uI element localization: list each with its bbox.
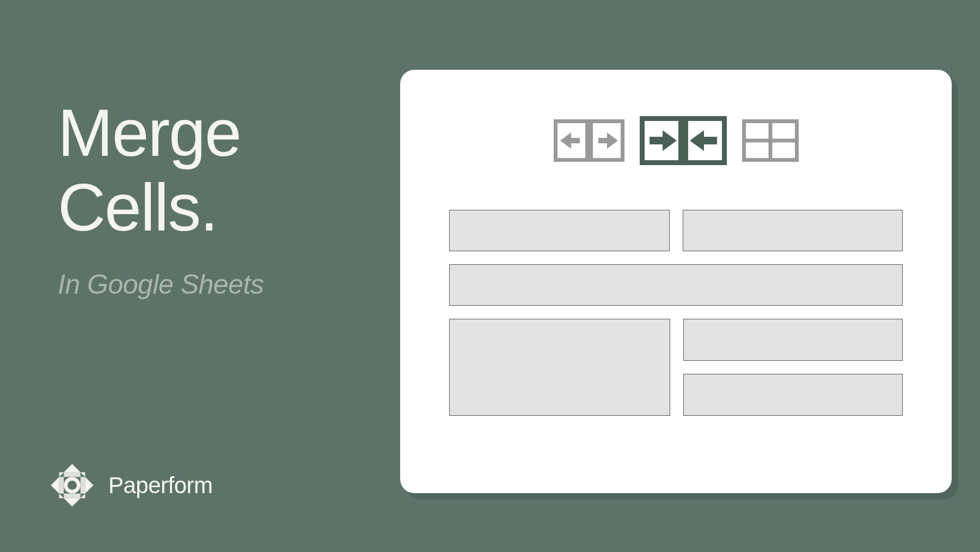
- svg-marker-0: [64, 464, 81, 472]
- svg-marker-10: [59, 477, 64, 485]
- cell: [683, 210, 903, 251]
- svg-marker-14: [64, 494, 72, 499]
- merged-cell-horizontal: [449, 264, 903, 306]
- svg-marker-6: [59, 494, 64, 499]
- svg-marker-3: [85, 477, 93, 494]
- merged-cell-vertical: [449, 319, 670, 416]
- heading-subtitle: In Google Sheets: [58, 269, 264, 300]
- svg-marker-7: [81, 494, 85, 499]
- svg-marker-9: [72, 472, 81, 477]
- cell: [683, 374, 903, 416]
- toolbar-icons-row: [449, 116, 903, 167]
- cell-stack: [683, 319, 903, 416]
- brand-name: Paperform: [108, 472, 213, 499]
- svg-marker-18: [560, 132, 580, 149]
- title-line-1: Merge: [58, 96, 241, 170]
- paperform-logo-icon: [49, 462, 95, 508]
- grid-cells-icon: [742, 119, 799, 164]
- cells-illustration: [449, 210, 903, 416]
- svg-marker-11: [59, 486, 64, 494]
- svg-marker-8: [64, 472, 72, 477]
- svg-marker-19: [598, 132, 618, 149]
- svg-marker-13: [81, 486, 85, 494]
- svg-marker-5: [81, 472, 85, 477]
- svg-marker-22: [650, 130, 677, 151]
- heading-title: Merge Cells.: [58, 96, 264, 245]
- cells-row-1: [449, 210, 903, 251]
- expand-horizontal-icon: [554, 119, 624, 164]
- cells-row-3: [449, 319, 903, 416]
- heading-area: Merge Cells. In Google Sheets: [58, 96, 264, 300]
- svg-marker-23: [690, 130, 717, 151]
- cell: [449, 210, 670, 251]
- brand-area: Paperform: [49, 462, 213, 508]
- merge-horizontal-icon: [640, 116, 727, 167]
- title-line-2: Cells.: [58, 171, 217, 245]
- cell: [683, 319, 903, 361]
- svg-marker-1: [64, 498, 81, 506]
- illustration-panel: [400, 70, 952, 493]
- svg-marker-4: [59, 472, 64, 477]
- svg-marker-15: [72, 494, 81, 499]
- svg-marker-12: [81, 477, 85, 485]
- cells-row-2: [449, 264, 903, 306]
- svg-marker-2: [51, 477, 59, 494]
